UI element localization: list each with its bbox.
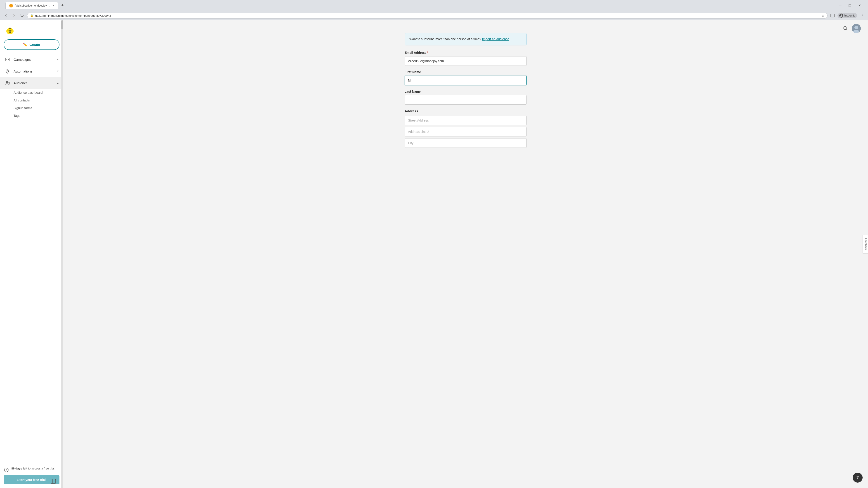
city-input[interactable]: [405, 138, 527, 148]
trial-info-text: 86 days left to access a free trial.: [11, 467, 55, 470]
menu-button[interactable]: [859, 12, 865, 19]
forward-button[interactable]: [11, 12, 17, 19]
audience-icon: [4, 80, 11, 86]
scrollbar-thumb[interactable]: [61, 20, 63, 29]
first-name-label: First Name: [405, 70, 527, 74]
svg-point-14: [9, 29, 10, 29]
tab-close-button[interactable]: ×: [53, 4, 55, 7]
email-input[interactable]: [405, 56, 527, 66]
help-button[interactable]: ?: [852, 473, 863, 483]
sidebar-item-campaigns[interactable]: Campaigns ▾: [0, 54, 63, 65]
svg-point-19: [8, 82, 9, 83]
address-line2-input[interactable]: [405, 127, 527, 136]
required-star: *: [427, 51, 428, 55]
svg-rect-0: [831, 14, 834, 17]
tags-label: Tags: [13, 114, 20, 118]
email-form-group: Email Address*: [405, 51, 527, 66]
svg-point-22: [844, 26, 847, 30]
browser-toolbar: 🔒 us21.admin.mailchimp.com/lists/members…: [0, 11, 868, 20]
browser-titlebar: Add subscriber to Moodjoy | M... × + – □…: [0, 0, 868, 11]
svg-point-3: [862, 14, 863, 15]
window-controls: – □ ×: [837, 2, 863, 9]
search-button[interactable]: [843, 26, 848, 32]
create-label: Create: [29, 43, 40, 46]
campaigns-icon: [4, 56, 11, 63]
incognito-icon: [839, 13, 843, 18]
window-minimize-button[interactable]: –: [837, 2, 843, 9]
svg-point-5: [862, 17, 863, 18]
refresh-button[interactable]: [19, 12, 25, 19]
banner-text: Want to subscribe more than one person a…: [409, 37, 481, 41]
sidebar-button[interactable]: [829, 12, 836, 19]
last-name-input[interactable]: [405, 95, 527, 105]
window-close-button[interactable]: ×: [857, 2, 863, 9]
svg-point-13: [8, 28, 12, 30]
incognito-label: Incognito: [844, 14, 855, 17]
window-maximize-button[interactable]: □: [847, 2, 853, 9]
sidebar-toggle-button[interactable]: [51, 479, 56, 484]
bookmark-icon[interactable]: ☆: [822, 14, 825, 18]
mailchimp-logo-icon: [4, 25, 16, 36]
svg-point-11: [9, 31, 10, 32]
street-address-input[interactable]: [405, 116, 527, 125]
campaigns-label: Campaigns: [13, 58, 31, 61]
sidebar-item-automations[interactable]: Automations ▾: [0, 65, 63, 77]
signup-forms-label: Signup forms: [13, 106, 32, 110]
trial-info: 86 days left to access a free trial.: [4, 467, 59, 473]
sidebar-item-audience[interactable]: Audience ▴: [0, 77, 63, 89]
campaigns-chevron-icon: ▾: [57, 58, 59, 61]
audience-label: Audience: [13, 81, 28, 85]
url-text: us21.admin.mailchimp.com/lists/members/a…: [35, 14, 820, 18]
sidebar-item-all-contacts[interactable]: All contacts: [0, 96, 63, 104]
main-inner: Want to subscribe more than one person a…: [400, 33, 531, 148]
first-name-input[interactable]: [405, 76, 527, 85]
sidebar-item-signup-forms[interactable]: Signup forms: [0, 104, 63, 112]
info-banner: Want to subscribe more than one person a…: [405, 33, 527, 45]
audience-dashboard-label: Audience dashboard: [13, 91, 42, 94]
svg-point-4: [862, 15, 863, 16]
feedback-tab[interactable]: Feedback: [863, 235, 868, 254]
main-content: Want to subscribe more than one person a…: [63, 20, 868, 488]
trial-days-bold: 86 days left: [11, 467, 27, 470]
browser-tabs-row: Add subscriber to Moodjoy | M... × + – □…: [3, 2, 865, 9]
browser-chrome: Add subscriber to Moodjoy | M... × + – □…: [0, 0, 868, 20]
browser-toolbar-right: Incognito: [829, 12, 865, 19]
all-contacts-label: All contacts: [13, 98, 30, 102]
active-tab[interactable]: Add subscriber to Moodjoy | M... ×: [5, 2, 58, 9]
header-bar: [63, 20, 868, 33]
tab-title: Add subscriber to Moodjoy | M...: [15, 4, 51, 7]
tab-favicon: [9, 4, 13, 7]
svg-point-17: [7, 70, 8, 72]
address-bar[interactable]: 🔒 us21.admin.mailchimp.com/lists/members…: [27, 13, 828, 19]
svg-point-1: [841, 14, 842, 16]
create-button[interactable]: ✏️ Create: [4, 39, 59, 50]
avatar[interactable]: [852, 24, 861, 33]
svg-point-12: [10, 31, 11, 32]
back-button[interactable]: [3, 12, 9, 19]
svg-rect-16: [6, 58, 10, 61]
automations-label: Automations: [13, 69, 32, 73]
last-name-form-group: Last Name: [405, 90, 527, 105]
sidebar-scrollbar[interactable]: [61, 20, 63, 488]
svg-point-24: [855, 26, 858, 29]
app-container: ✏️ Create Campaigns ▾ Automations ▾ Audi…: [0, 20, 868, 488]
sidebar: ✏️ Create Campaigns ▾ Automations ▾ Audi…: [0, 20, 63, 488]
audience-chevron-icon: ▴: [57, 81, 59, 85]
incognito-badge: Incognito: [837, 13, 857, 18]
last-name-label: Last Name: [405, 90, 527, 93]
trial-suffix-text: to access a free trial.: [28, 467, 55, 470]
email-label: Email Address*: [405, 51, 527, 55]
sidebar-item-audience-dashboard[interactable]: Audience dashboard: [0, 89, 63, 96]
sidebar-logo: [0, 20, 63, 39]
svg-point-15: [10, 29, 11, 29]
import-audience-link[interactable]: Import an audience: [482, 37, 509, 41]
new-tab-button[interactable]: +: [59, 2, 66, 9]
automations-chevron-icon: ▾: [57, 70, 59, 73]
address-form-group: Address: [405, 109, 527, 148]
svg-rect-21: [51, 479, 56, 484]
address-label: Address: [405, 109, 527, 113]
pencil-icon: ✏️: [23, 42, 28, 47]
sidebar-item-tags[interactable]: Tags: [0, 112, 63, 120]
lock-icon: 🔒: [30, 14, 33, 17]
svg-point-2: [840, 16, 842, 17]
